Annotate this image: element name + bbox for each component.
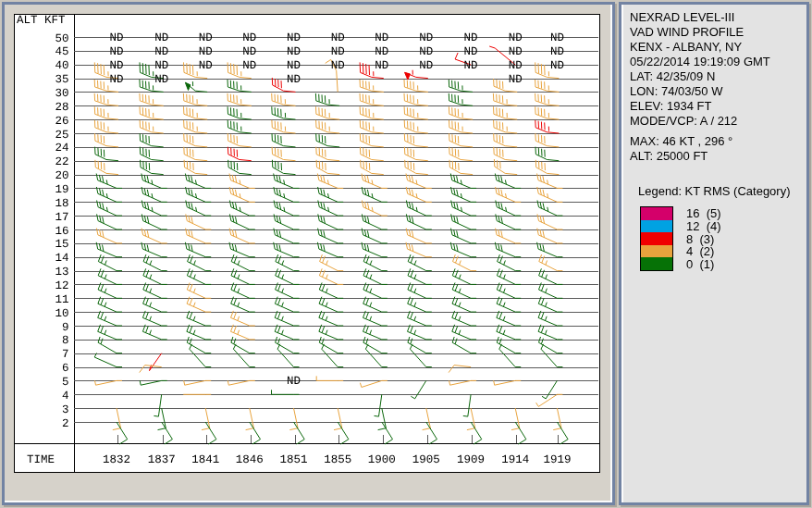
svg-text:ND: ND xyxy=(331,59,345,72)
svg-text:30: 30 xyxy=(55,87,68,100)
svg-text:13: 13 xyxy=(55,266,68,279)
svg-text:ND: ND xyxy=(287,73,301,86)
svg-text:ND: ND xyxy=(199,31,213,44)
svg-text:8: 8 xyxy=(62,334,69,347)
svg-text:24: 24 xyxy=(55,142,68,155)
svg-text:ND: ND xyxy=(199,59,213,72)
svg-text:ND: ND xyxy=(109,59,123,72)
svg-text:ND: ND xyxy=(199,45,213,58)
svg-text:ND: ND xyxy=(509,45,523,58)
svg-text:40: 40 xyxy=(55,59,68,72)
svg-text:ND: ND xyxy=(550,31,564,44)
svg-text:1837: 1837 xyxy=(148,453,176,466)
svg-text:ND: ND xyxy=(154,31,168,44)
svg-text:ND: ND xyxy=(550,45,564,58)
svg-text:35: 35 xyxy=(55,73,68,86)
svg-text:1919: 1919 xyxy=(543,453,571,466)
svg-text:ND: ND xyxy=(419,45,433,58)
svg-text:5: 5 xyxy=(62,376,69,389)
svg-text:3: 3 xyxy=(62,403,69,416)
svg-text:1846: 1846 xyxy=(236,453,264,466)
svg-text:ND: ND xyxy=(109,31,123,44)
svg-text:11: 11 xyxy=(55,293,68,306)
svg-text:ND: ND xyxy=(287,31,301,44)
svg-text:ND: ND xyxy=(154,45,168,58)
svg-text:ND: ND xyxy=(375,31,388,44)
svg-text:ND: ND xyxy=(419,31,433,44)
svg-text:17: 17 xyxy=(55,211,68,224)
svg-text:ND: ND xyxy=(464,31,478,44)
svg-text:TIME: TIME xyxy=(27,453,55,466)
svg-text:ND: ND xyxy=(287,375,301,388)
svg-text:ND: ND xyxy=(109,45,123,58)
svg-text:1851: 1851 xyxy=(279,453,307,466)
svg-text:19: 19 xyxy=(55,183,68,196)
svg-text:1900: 1900 xyxy=(368,453,396,466)
svg-text:1914: 1914 xyxy=(501,453,529,466)
svg-text:28: 28 xyxy=(55,101,68,114)
svg-text:9: 9 xyxy=(62,321,69,334)
svg-text:14: 14 xyxy=(55,252,68,265)
svg-text:4: 4 xyxy=(62,390,69,403)
svg-text:ND: ND xyxy=(154,59,168,72)
svg-text:ND: ND xyxy=(375,59,388,72)
svg-text:ND: ND xyxy=(331,31,345,44)
svg-text:7: 7 xyxy=(62,348,69,361)
svg-text:ND: ND xyxy=(287,59,301,72)
svg-text:1909: 1909 xyxy=(457,453,485,466)
svg-text:15: 15 xyxy=(55,238,68,251)
svg-text:20: 20 xyxy=(55,169,68,182)
svg-text:12: 12 xyxy=(55,279,68,292)
svg-text:22: 22 xyxy=(55,155,68,168)
svg-text:ND: ND xyxy=(242,45,256,58)
svg-text:ND: ND xyxy=(509,73,523,86)
svg-text:25: 25 xyxy=(55,129,68,142)
svg-text:1905: 1905 xyxy=(412,453,440,466)
svg-text:45: 45 xyxy=(55,45,68,58)
svg-text:1855: 1855 xyxy=(324,453,351,466)
svg-text:ND: ND xyxy=(509,59,523,72)
svg-text:18: 18 xyxy=(55,197,68,210)
svg-text:ND: ND xyxy=(109,73,123,86)
svg-text:ND: ND xyxy=(242,31,256,44)
svg-text:ND: ND xyxy=(464,59,478,72)
svg-text:6: 6 xyxy=(62,362,69,375)
svg-text:ND: ND xyxy=(287,45,301,58)
svg-text:1841: 1841 xyxy=(191,453,219,466)
svg-text:ALT KFT: ALT KFT xyxy=(17,14,66,27)
svg-text:ND: ND xyxy=(550,59,564,72)
svg-text:ND: ND xyxy=(154,73,168,86)
svg-text:2: 2 xyxy=(62,417,69,430)
svg-text:ND: ND xyxy=(509,31,523,44)
svg-text:ND: ND xyxy=(375,45,388,58)
svg-text:ND: ND xyxy=(419,59,433,72)
svg-text:ND: ND xyxy=(464,45,478,58)
svg-text:50: 50 xyxy=(55,32,68,45)
svg-text:1832: 1832 xyxy=(103,453,130,466)
svg-text:10: 10 xyxy=(55,307,68,320)
svg-text:26: 26 xyxy=(55,115,68,128)
svg-text:ND: ND xyxy=(331,45,345,58)
svg-text:16: 16 xyxy=(55,225,68,238)
svg-text:ND: ND xyxy=(242,59,256,72)
